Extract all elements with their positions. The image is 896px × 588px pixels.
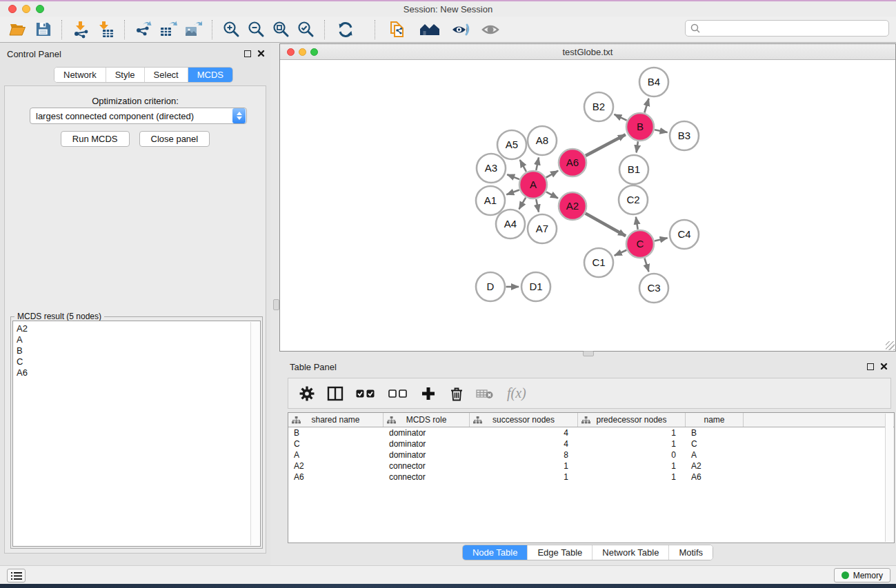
graph-node-B4[interactable]: B4 <box>639 68 668 97</box>
graph-node-B1[interactable]: B1 <box>619 155 648 184</box>
table-row[interactable]: Cdominator41C <box>288 438 894 449</box>
mcds-result-item[interactable]: C <box>17 356 248 367</box>
network-window-titlebar[interactable]: testGlobe.txt <box>280 44 895 60</box>
tab-motifs[interactable]: Motifs <box>669 545 713 560</box>
graph-node-A[interactable]: A <box>519 171 547 199</box>
import-table-icon[interactable] <box>95 19 116 40</box>
graph-node-C4[interactable]: C4 <box>670 220 699 249</box>
column-header-successor-nodes[interactable]: successor nodes <box>470 413 578 427</box>
tab-network-table[interactable]: Network Table <box>593 545 669 560</box>
horizontal-divider-grip[interactable] <box>583 351 594 356</box>
table-row[interactable]: Adominator80A <box>288 449 894 460</box>
close-panel-button[interactable]: Close panel <box>139 131 210 147</box>
table-scrollbar[interactable] <box>885 414 893 542</box>
table-row[interactable]: A6connector11A6 <box>288 472 894 483</box>
graph-edge-A-A2[interactable] <box>546 192 558 198</box>
function-builder-icon[interactable]: f(x) <box>504 385 526 401</box>
graph-node-A7[interactable]: A7 <box>528 214 557 243</box>
table-cell[interactable]: 8 <box>470 449 578 460</box>
graph-node-C2[interactable]: C2 <box>619 185 648 214</box>
table-cell[interactable]: A6 <box>288 472 384 483</box>
mcds-result-item[interactable]: A2 <box>17 323 248 334</box>
table-cell[interactable]: 1 <box>578 460 686 472</box>
table-row[interactable]: A2connector11A2 <box>288 460 894 472</box>
delete-column-icon[interactable] <box>448 385 466 402</box>
table-cell[interactable]: A2 <box>288 460 384 472</box>
close-table-panel-icon[interactable] <box>880 363 888 370</box>
graph-edge-B-B2[interactable] <box>615 114 627 121</box>
search-box[interactable] <box>685 20 889 37</box>
graph-edge-C-C1[interactable] <box>615 250 627 256</box>
graph-edge-C-C4[interactable] <box>655 238 668 241</box>
zoom-in-icon[interactable] <box>221 19 241 40</box>
mcds-result-list[interactable]: A2ABCA6 <box>12 321 261 547</box>
graph-edge-B-B1[interactable] <box>637 141 638 152</box>
table-row[interactable]: Bdominator41B <box>288 427 894 438</box>
float-table-panel-icon[interactable] <box>867 363 874 370</box>
tab-node-table[interactable]: Node Table <box>463 545 528 560</box>
criterion-select[interactable]: largest connected component (directed) <box>30 108 247 124</box>
graph-node-B3[interactable]: B3 <box>670 121 699 150</box>
graph-node-D1[interactable]: D1 <box>521 272 550 301</box>
graph-edge-C-C2[interactable] <box>636 217 638 230</box>
add-column-icon[interactable] <box>419 385 437 402</box>
table-cell[interactable]: B <box>288 427 384 438</box>
show-all-icon[interactable] <box>480 19 501 40</box>
graph-node-C3[interactable]: C3 <box>639 274 668 303</box>
open-session-icon[interactable] <box>8 19 28 40</box>
table-cell[interactable]: dominator <box>384 427 470 438</box>
table-cell[interactable]: A <box>686 449 744 460</box>
graph-edge-A-A6[interactable] <box>546 171 558 178</box>
table-cell[interactable]: C <box>288 438 384 449</box>
graph-edge-B-B3[interactable] <box>655 130 667 132</box>
table-cell[interactable]: 0 <box>578 449 686 460</box>
table-cell[interactable]: A <box>288 449 384 460</box>
table-cell[interactable]: B <box>686 427 744 438</box>
mcds-result-item[interactable]: B <box>17 345 248 356</box>
graph-edge-A6-B[interactable] <box>586 134 626 156</box>
table-cell[interactable]: 1 <box>578 472 686 483</box>
tab-style[interactable]: Style <box>106 68 145 82</box>
column-header-MCDS-role[interactable]: MCDS role <box>384 413 470 427</box>
zoom-out-icon[interactable] <box>246 19 266 40</box>
zoom-fit-icon[interactable] <box>270 19 291 40</box>
graph-edge-A2-C[interactable] <box>586 214 626 236</box>
graph-edge-A-A1[interactable] <box>506 190 519 195</box>
column-layout-icon[interactable] <box>326 385 344 402</box>
tab-mcds[interactable]: MCDS <box>188 68 232 82</box>
refresh-icon[interactable] <box>335 19 356 40</box>
tab-edge-table[interactable]: Edge Table <box>528 545 593 560</box>
graph-node-C[interactable]: C <box>626 230 654 258</box>
graph-node-A1[interactable]: A1 <box>476 186 505 215</box>
float-panel-icon[interactable] <box>244 50 251 57</box>
graph-edge-A-A3[interactable] <box>507 174 519 179</box>
table-cell[interactable]: connector <box>384 460 470 472</box>
home-layout-icon[interactable] <box>419 19 440 40</box>
table-cell[interactable]: 4 <box>470 438 578 449</box>
graph-node-A5[interactable]: A5 <box>497 130 526 159</box>
column-header-name[interactable]: name <box>686 413 744 427</box>
table-cell[interactable]: A2 <box>686 460 744 472</box>
close-panel-icon[interactable] <box>257 50 265 57</box>
graph-edge-A-A8[interactable] <box>536 158 539 170</box>
graph-node-C1[interactable]: C1 <box>584 248 613 277</box>
table-cell[interactable]: A6 <box>686 472 744 483</box>
graph-edge-A-A4[interactable] <box>519 198 526 210</box>
graph-edge-A-A5[interactable] <box>520 160 526 172</box>
table-cell[interactable]: 4 <box>470 427 578 438</box>
select-all-checkboxes-icon[interactable] <box>355 385 377 402</box>
save-session-icon[interactable] <box>32 19 53 40</box>
run-mcds-button[interactable]: Run MCDS <box>61 131 130 147</box>
export-network-icon[interactable] <box>133 19 154 40</box>
list-scrollbar[interactable] <box>250 322 259 545</box>
graph-node-D[interactable]: D <box>476 272 505 301</box>
search-input[interactable] <box>704 23 884 34</box>
graph-edge-A-A7[interactable] <box>536 199 539 212</box>
graph-node-A2[interactable]: A2 <box>559 192 586 220</box>
column-header-predecessor-nodes[interactable]: predecessor nodes <box>578 413 686 427</box>
mcds-result-item[interactable]: A6 <box>17 367 248 378</box>
deselect-all-checkboxes-icon[interactable] <box>387 385 409 402</box>
copy-network-icon[interactable] <box>387 19 408 40</box>
graph-node-B[interactable]: B <box>626 113 654 141</box>
window-resize-handle[interactable] <box>886 341 895 350</box>
